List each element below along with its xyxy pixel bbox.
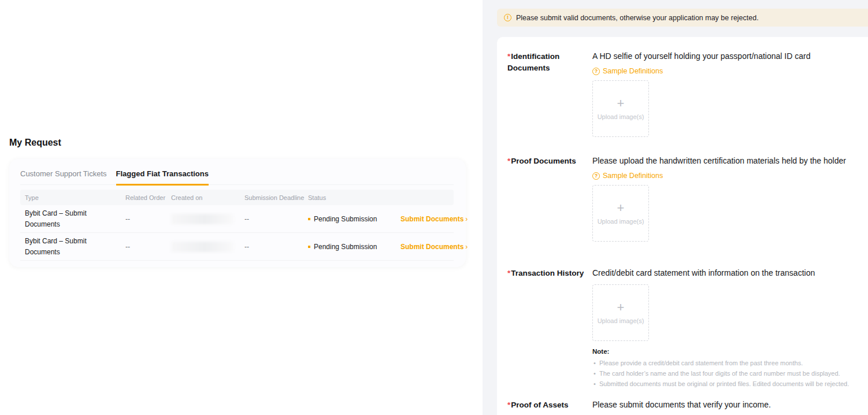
upload-image-dropzone[interactable]: + Upload image(s) <box>592 80 649 137</box>
sample-definitions-link[interactable]: ? Sample Definitions <box>592 172 663 180</box>
documents-form-card: *Identification Documents A HD selfie of… <box>497 37 868 415</box>
column-header-type: Type <box>25 194 125 201</box>
plus-icon: + <box>617 202 625 214</box>
status-dot-icon <box>308 218 310 220</box>
submit-documents-panel: ! Please submit valid documents, otherwi… <box>483 0 868 415</box>
required-asterisk: * <box>507 52 510 61</box>
table-row: Bybit Card – Submit Documents -- -- Pend… <box>20 205 454 233</box>
column-header-related-order: Related Order <box>125 194 171 201</box>
help-icon: ? <box>592 68 600 75</box>
status-cell: Pending Submission <box>308 243 400 251</box>
note-list: Please provide a credit/debit card state… <box>592 358 850 388</box>
note-item: Submitted documents must be original or … <box>592 379 850 388</box>
upload-image-dropzone[interactable]: + Upload image(s) <box>592 284 649 341</box>
upload-label: Upload image(s) <box>598 218 644 225</box>
plus-icon: + <box>617 98 625 109</box>
sample-definitions-link[interactable]: ? Sample Definitions <box>592 67 663 75</box>
plus-icon: + <box>617 302 625 313</box>
tab-customer-support-tickets[interactable]: Customer Support Tickets <box>20 168 107 184</box>
table-row: Bybit Card – Submit Documents -- -- Pend… <box>20 233 454 261</box>
related-order-cell: -- <box>125 243 171 251</box>
column-header-created-on: Created on <box>171 194 244 201</box>
table-header-row: Type Related Order Created on Submission… <box>20 190 454 205</box>
warning-banner: ! Please submit valid documents, otherwi… <box>497 9 868 27</box>
chevron-right-icon: › <box>465 215 468 223</box>
tab-bar: Customer Support Tickets Flagged Fiat Tr… <box>20 168 454 185</box>
note-item: The card holder’s name and the last four… <box>592 369 850 378</box>
page-title: My Request <box>9 138 61 148</box>
upload-label: Upload image(s) <box>598 317 644 324</box>
column-header-submission-deadline: Submission Deadline <box>244 194 308 201</box>
warning-banner-text: Please submit valid documents, otherwise… <box>516 14 759 22</box>
info-icon: ! <box>504 14 511 21</box>
requests-table: Type Related Order Created on Submission… <box>20 190 454 261</box>
status-badge: Pending Submission <box>314 215 377 223</box>
request-card: Customer Support Tickets Flagged Fiat Tr… <box>9 159 466 267</box>
section-label: *Identification Documents <box>507 51 585 74</box>
help-icon: ? <box>592 172 600 180</box>
column-header-status: Status <box>308 194 400 201</box>
chevron-right-icon: › <box>465 243 468 251</box>
created-on-redacted-value <box>171 242 233 252</box>
section-proof-documents: *Proof Documents Please upload the handw… <box>507 155 868 242</box>
section-label: *Proof of Assets <box>507 399 585 411</box>
required-asterisk: * <box>507 401 510 409</box>
my-request-page: My Request Customer Support Tickets Flag… <box>0 0 483 415</box>
status-cell: Pending Submission <box>308 215 400 223</box>
status-dot-icon <box>308 246 310 248</box>
note-title: Note: <box>592 348 864 355</box>
tab-flagged-fiat-transactions[interactable]: Flagged Fiat Transactions <box>116 168 209 186</box>
created-on-redacted-value <box>171 214 233 224</box>
type-cell: Bybit Card – Submit Documents <box>25 208 99 229</box>
section-description: Please submit documents that verify your… <box>592 399 864 411</box>
submission-deadline-cell: -- <box>244 215 308 223</box>
section-description: Credit/debit card statement with informa… <box>592 267 864 279</box>
section-description: Please upload the handwritten certificat… <box>592 155 864 167</box>
section-transaction-history: *Transaction History Credit/debit card s… <box>507 267 868 388</box>
submit-documents-link[interactable]: Submit Documents› <box>400 215 476 223</box>
submit-documents-link[interactable]: Submit Documents› <box>400 243 476 251</box>
required-asterisk: * <box>507 157 510 165</box>
submission-deadline-cell: -- <box>244 243 308 251</box>
note-item: Please provide a credit/debit card state… <box>592 358 850 368</box>
section-proof-of-assets: *Proof of Assets Please submit documents… <box>507 399 868 411</box>
section-label: *Transaction History <box>507 268 585 279</box>
related-order-cell: -- <box>125 215 171 223</box>
section-identification-documents: *Identification Documents A HD selfie of… <box>507 50 868 137</box>
type-cell: Bybit Card – Submit Documents <box>25 236 99 257</box>
section-label: *Proof Documents <box>507 155 585 167</box>
section-description: A HD selfie of yourself holding your pas… <box>592 50 864 62</box>
upload-label: Upload image(s) <box>598 113 644 120</box>
required-asterisk: * <box>507 269 510 277</box>
status-badge: Pending Submission <box>314 243 377 251</box>
upload-image-dropzone[interactable]: + Upload image(s) <box>592 185 649 242</box>
